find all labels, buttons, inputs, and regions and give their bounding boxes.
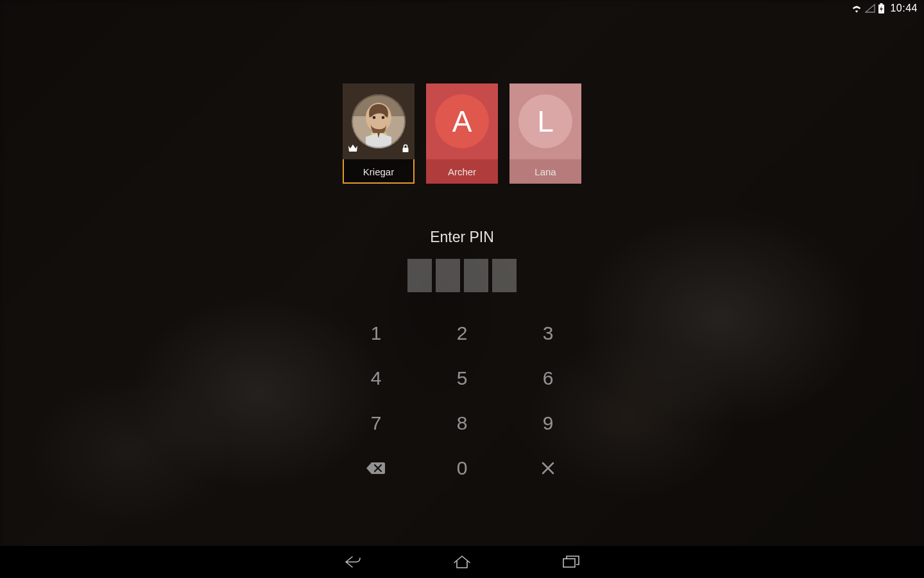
profile-card-kriegar[interactable]: Kriegar [343, 83, 415, 184]
keypad-cancel[interactable] [512, 446, 584, 490]
backspace-icon [366, 461, 386, 475]
svg-rect-10 [403, 148, 409, 152]
keypad-8[interactable]: 8 [426, 401, 498, 445]
battery-charging-icon [878, 3, 885, 14]
pin-digit [464, 259, 488, 292]
pin-input[interactable] [407, 259, 517, 292]
pin-digit [492, 259, 517, 292]
status-time: 10:44 [890, 3, 918, 14]
keypad-7[interactable]: 7 [340, 401, 412, 445]
close-icon [541, 461, 555, 475]
keypad-9[interactable]: 9 [512, 401, 584, 445]
status-bar: 10:44 [0, 0, 924, 17]
avatar [352, 94, 406, 148]
pin-title: Enter PIN [407, 229, 517, 246]
signal-icon [865, 4, 875, 13]
svg-rect-1 [880, 3, 883, 4]
back-button[interactable] [343, 552, 363, 572]
keypad-5[interactable]: 5 [426, 356, 498, 400]
avatar: A [435, 94, 489, 148]
recents-button[interactable] [561, 552, 581, 572]
profile-name: Kriegar [343, 159, 415, 184]
svg-point-8 [382, 116, 385, 119]
keypad-6[interactable]: 6 [512, 356, 584, 400]
keypad: 1234567890 [340, 311, 584, 490]
avatar: L [518, 94, 572, 148]
keypad-1[interactable]: 1 [340, 311, 412, 355]
profile-image [343, 83, 415, 159]
keypad-0[interactable]: 0 [426, 446, 498, 490]
svg-rect-11 [563, 559, 575, 567]
pin-digit [407, 259, 432, 292]
keypad-2[interactable]: 2 [426, 311, 498, 355]
keypad-backspace[interactable] [340, 446, 412, 490]
lock-icon [402, 144, 409, 155]
home-button[interactable] [452, 552, 472, 572]
profile-name: Lana [509, 159, 581, 184]
pin-digit [436, 259, 460, 292]
wifi-icon [851, 4, 862, 13]
android-navbar [0, 546, 924, 578]
profile-list: KriegarAArcherLLana [343, 83, 581, 184]
svg-point-7 [373, 116, 376, 119]
profile-card-archer[interactable]: AArcher [426, 83, 498, 184]
pin-section: Enter PIN [407, 229, 517, 292]
profile-name: Archer [426, 159, 498, 184]
keypad-4[interactable]: 4 [340, 356, 412, 400]
crown-icon [348, 144, 358, 155]
keypad-3[interactable]: 3 [512, 311, 584, 355]
profile-image: L [509, 83, 581, 159]
profile-card-lana[interactable]: LLana [509, 83, 581, 184]
profile-image: A [426, 83, 498, 159]
